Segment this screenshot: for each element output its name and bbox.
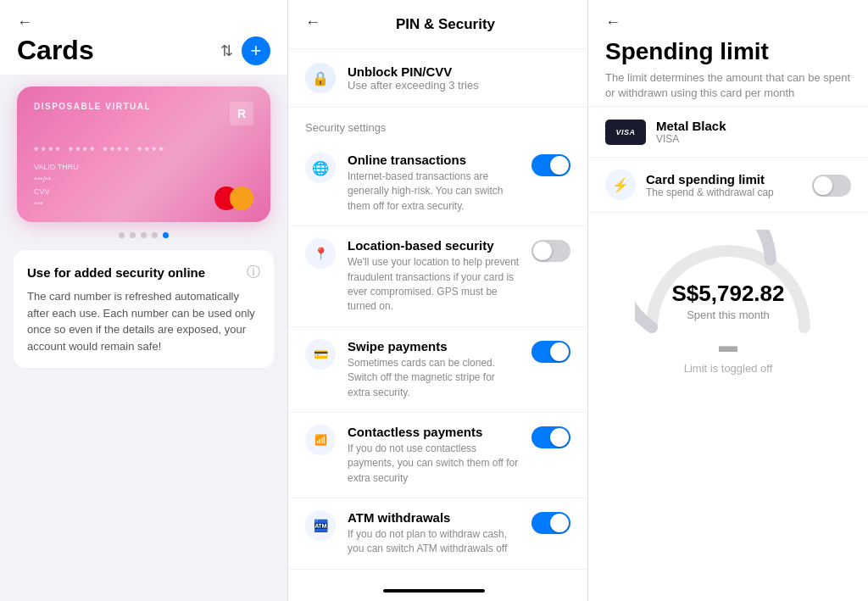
mastercard-logo: [214, 186, 253, 210]
atm-withdrawals-text: ATM withdrawals If you do not plan to wi…: [348, 510, 520, 557]
info-card: Use for added security online ⓘ The card…: [14, 250, 274, 368]
card-dots: [0, 232, 287, 238]
atm-withdrawals-toggle[interactable]: [531, 512, 570, 534]
cards-header: ← Cards ⇅ +: [0, 0, 287, 75]
atm-withdrawals-desc: If you do not plan to withdraw cash, you…: [348, 527, 520, 557]
online-transactions-desc: Internet-based transactions are generall…: [348, 170, 520, 214]
security-back-button[interactable]: ←: [305, 14, 320, 31]
dot-2[interactable]: [130, 232, 136, 238]
swipe-payments-title: Swipe payments: [348, 339, 520, 353]
spending-limit-row: ⚡ Card spending limit The spend & withdr…: [588, 158, 868, 213]
spending-limit-header: ← Spending limit The limit determines th…: [588, 0, 868, 107]
spending-limit-title: Spending limit: [605, 38, 851, 65]
cvv-value: ***: [34, 198, 79, 210]
contactless-payments-text: Contactless payments If you do not use c…: [348, 425, 520, 486]
gauge-amount: S$5,792.82: [671, 281, 784, 307]
swipe-payments-toggle[interactable]: [531, 341, 570, 363]
card-info-row: VISA Metal Black VISA: [588, 107, 868, 158]
card-top: DISPOSABLE VIRTUAL R: [34, 102, 253, 125]
card-numbers: **** **** **** ****: [34, 144, 253, 158]
valid-thru-value: ***/**: [34, 174, 79, 186]
contactless-payments-icon: 📶: [305, 425, 336, 455]
spending-limit-toggle[interactable]: [812, 175, 851, 197]
info-card-title: Use for added security online: [27, 265, 205, 280]
security-panel: ← PIN & Security 🔒 Unblock PIN/CVV Use a…: [288, 0, 588, 601]
security-title: PIN & Security: [320, 16, 570, 33]
spending-limit-panel: ← Spending limit The limit determines th…: [588, 0, 868, 601]
dot-3[interactable]: [141, 232, 147, 238]
limit-off-label: Limit is toggled off: [684, 362, 773, 375]
security-item-atm: 🏧 ATM withdrawals If you do not plan to …: [288, 498, 587, 570]
online-transactions-icon: 🌐: [305, 153, 336, 183]
info-card-text: The card number is refreshed automatical…: [27, 288, 260, 354]
spending-limit-text: Card spending limit The spend & withdraw…: [646, 172, 774, 198]
visa-logo: VISA: [615, 128, 635, 136]
info-card-title-row: Use for added security online ⓘ: [27, 264, 260, 281]
gauge-label: Spent this month: [671, 309, 784, 321]
swipe-payments-text: Swipe payments Sometimes cards can be cl…: [348, 339, 520, 400]
location-security-text: Location-based security We'll use your l…: [348, 238, 520, 314]
card-section: 👁 DISPOSABLE VIRTUAL R **** **** **** **…: [0, 75, 287, 238]
contactless-payments-toggle[interactable]: [531, 426, 570, 448]
contactless-payments-desc: If you do not use contactless payments, …: [348, 442, 520, 486]
card-expiry-cvv: VALID THRU ***/** CVV ***: [34, 161, 79, 210]
cards-title-row: Cards ⇅ +: [17, 35, 270, 66]
card-info-name: Metal Black: [656, 119, 726, 133]
location-security-icon: 📍: [305, 238, 336, 269]
card-bottom: VALID THRU ***/** CVV ***: [34, 161, 253, 210]
dot-5-active[interactable]: [163, 232, 169, 238]
security-item-contactless: 📶 Contactless payments If you do not use…: [288, 413, 587, 498]
lock-icon: 🔒: [305, 63, 336, 93]
dot-4[interactable]: [152, 232, 158, 238]
atm-withdrawals-title: ATM withdrawals: [348, 510, 520, 525]
spending-limit-subtitle: The limit determines the amount that can…: [605, 70, 851, 101]
unblock-row[interactable]: 🔒 Unblock PIN/CVV Use after exceeding 3 …: [288, 49, 587, 108]
spending-limit-row-sub: The spend & withdrawal cap: [646, 186, 774, 198]
page-title: Cards: [17, 35, 94, 66]
section-label: Security settings: [288, 108, 587, 141]
swipe-payments-desc: Sometimes cards can be cloned. Switch of…: [348, 356, 520, 400]
gauge-section: S$5,792.82 Spent this month ▬ Limit is t…: [588, 213, 868, 388]
sort-button[interactable]: ⇅: [220, 42, 233, 60]
card-icon: ▬: [719, 335, 737, 357]
dot-1[interactable]: [119, 232, 125, 238]
contactless-payments-title: Contactless payments: [348, 425, 520, 439]
security-header: ← PIN & Security: [288, 0, 587, 49]
spending-limit-back-button[interactable]: ←: [605, 14, 620, 31]
cvv-label: CVV: [34, 186, 79, 198]
card-thumbnail: VISA: [605, 120, 646, 145]
card-info-text: Metal Black VISA: [656, 119, 726, 145]
mc-orange-circle: [230, 186, 253, 210]
back-button[interactable]: ←: [17, 14, 32, 31]
valid-thru-label: VALID THRU: [34, 161, 79, 173]
location-security-toggle[interactable]: [531, 240, 570, 262]
card-info-type: VISA: [656, 133, 726, 145]
info-icon[interactable]: ⓘ: [247, 264, 260, 281]
limit-off-row: ▬ Limit is toggled off: [684, 335, 773, 375]
spending-limit-left: ⚡ Card spending limit The spend & withdr…: [605, 170, 774, 200]
atm-withdrawals-icon: 🏧: [305, 510, 336, 541]
add-card-button[interactable]: +: [242, 36, 270, 65]
spending-limit-row-title: Card spending limit: [646, 172, 774, 186]
spending-limit-icon: ⚡: [605, 170, 636, 200]
unblock-text: Unblock PIN/CVV Use after exceeding 3 tr…: [348, 64, 570, 92]
unblock-title: Unblock PIN/CVV: [348, 64, 570, 79]
card-visual[interactable]: DISPOSABLE VIRTUAL R **** **** **** ****…: [17, 86, 270, 222]
security-item-online: 🌐 Online transactions Internet-based tra…: [288, 141, 587, 226]
security-item-swipe: 💳 Swipe payments Sometimes cards can be …: [288, 327, 587, 413]
online-transactions-title: Online transactions: [348, 153, 520, 167]
security-item-location: 📍 Location-based security We'll use your…: [288, 226, 587, 327]
revolut-logo: R: [230, 102, 253, 125]
cards-panel: ← Cards ⇅ + 👁 DISPOSABLE VIRTUAL R **** …: [0, 0, 288, 601]
location-security-desc: We'll use your location to help prevent …: [348, 255, 520, 314]
online-transactions-toggle[interactable]: [531, 154, 570, 176]
location-security-title: Location-based security: [348, 238, 520, 253]
online-transactions-text: Online transactions Internet-based trans…: [348, 153, 520, 214]
security-list: 🌐 Online transactions Internet-based tra…: [288, 141, 587, 570]
swipe-payments-icon: 💳: [305, 339, 336, 370]
header-actions: ⇅ +: [220, 36, 270, 65]
unblock-subtitle: Use after exceeding 3 tries: [348, 79, 570, 92]
card-label: DISPOSABLE VIRTUAL: [34, 102, 151, 111]
